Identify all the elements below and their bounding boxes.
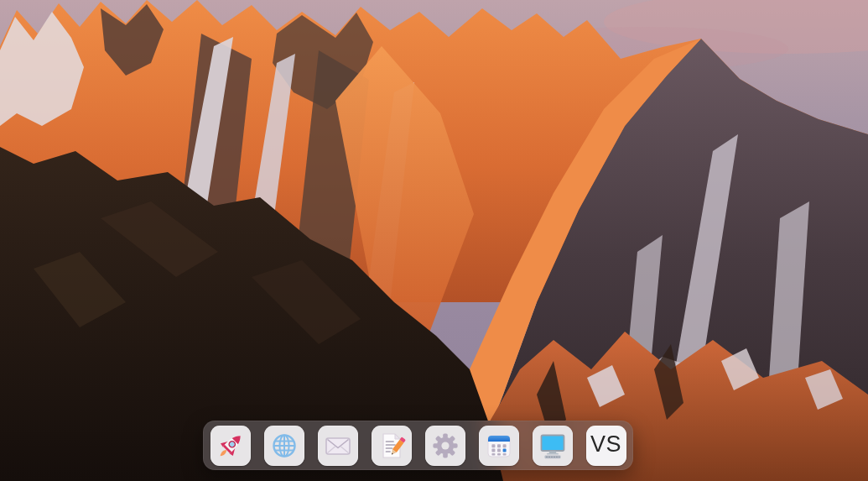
globe-icon xyxy=(269,431,299,461)
dock: VS xyxy=(203,421,633,470)
dock-item-calendar[interactable] xyxy=(479,426,519,466)
rocket-icon xyxy=(214,429,247,463)
desktop: VS xyxy=(0,0,868,481)
dock-item-computer[interactable] xyxy=(533,426,573,466)
monitor-icon xyxy=(538,431,568,461)
dock-item-mail[interactable] xyxy=(318,426,358,466)
dock-item-launcher[interactable] xyxy=(211,426,251,466)
calendar-icon xyxy=(484,431,514,461)
dock-item-vscode[interactable]: VS xyxy=(586,426,626,466)
wallpaper-mountain-sunset xyxy=(0,0,868,481)
dock-item-settings[interactable] xyxy=(425,426,465,466)
dock-item-editor[interactable] xyxy=(372,426,412,466)
gear-icon xyxy=(430,431,460,461)
vs-text-label: VS xyxy=(590,433,621,456)
memo-pencil-icon xyxy=(377,431,407,461)
dock-item-browser[interactable] xyxy=(264,426,304,466)
envelope-icon xyxy=(323,431,353,461)
